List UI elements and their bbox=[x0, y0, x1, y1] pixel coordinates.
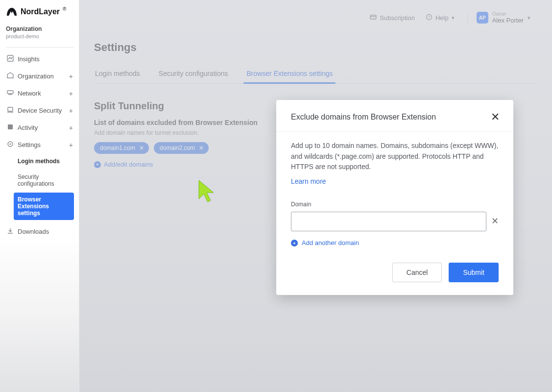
download-icon bbox=[7, 227, 14, 236]
svg-rect-9 bbox=[370, 15, 376, 19]
sidebar-item-label: Activity bbox=[18, 124, 65, 131]
svg-rect-6 bbox=[8, 124, 13, 129]
sidebar-item-network[interactable]: Network + bbox=[6, 85, 74, 102]
nord-arc-icon bbox=[6, 7, 18, 17]
cancel-button[interactable]: Cancel bbox=[392, 263, 442, 282]
expand-icon: + bbox=[69, 107, 73, 114]
add-another-domain-link[interactable]: + Add another domain bbox=[291, 238, 499, 248]
close-icon[interactable]: ✕ bbox=[488, 110, 503, 124]
sidebar-item-label: Downloads bbox=[18, 228, 73, 235]
remove-domain-row-icon[interactable]: ✕ bbox=[491, 215, 499, 228]
expand-icon: + bbox=[69, 73, 73, 80]
org-block: Organization product-demo bbox=[6, 25, 74, 39]
domain-chip-label: domain2.com bbox=[160, 145, 195, 151]
brand-logo[interactable]: NordLayer® bbox=[6, 7, 74, 17]
svg-text:?: ? bbox=[428, 15, 431, 20]
svg-marker-1 bbox=[7, 73, 13, 78]
topbar: Subscription ? Help ▾ AP Owner Alex Port… bbox=[87, 4, 544, 31]
svg-point-8 bbox=[9, 143, 11, 145]
org-name: product-demo bbox=[6, 33, 74, 39]
sidebar-item-organization[interactable]: Organization + bbox=[6, 68, 74, 85]
divider bbox=[6, 47, 74, 48]
sidebar-item-insights[interactable]: Insights bbox=[6, 50, 74, 68]
domain-chip: domain1.com ✕ bbox=[94, 142, 149, 154]
help-label: Help bbox=[435, 14, 449, 22]
sidebar-item-label: Insights bbox=[18, 55, 73, 63]
subscription-label: Subscription bbox=[380, 14, 415, 22]
svg-rect-4 bbox=[8, 107, 13, 111]
org-label: Organization bbox=[6, 25, 74, 32]
sidebar-item-label: Organization bbox=[18, 73, 65, 80]
expand-icon: + bbox=[69, 124, 73, 131]
submit-button[interactable]: Submit bbox=[449, 263, 499, 282]
chevron-down-icon: ▾ bbox=[452, 15, 455, 21]
svg-rect-2 bbox=[7, 91, 13, 94]
brand-name: NordLayer bbox=[21, 7, 60, 16]
user-menu[interactable]: AP Owner Alex Porter ▾ bbox=[467, 11, 530, 24]
insights-icon bbox=[7, 55, 14, 63]
sidebar: NordLayer® Organization product-demo Ins… bbox=[0, 0, 79, 392]
sidebar-item-label: Device Security bbox=[18, 107, 65, 114]
organization-icon bbox=[7, 72, 14, 80]
modal-description: Add up to 10 domain names. Domains, subd… bbox=[291, 141, 499, 172]
sidebar-item-activity[interactable]: Activity + bbox=[6, 119, 74, 136]
svg-marker-13 bbox=[199, 180, 214, 202]
tab-browser-extensions-settings[interactable]: Browser Extensions settings bbox=[245, 65, 334, 83]
tabs: Login methods Security configurations Br… bbox=[94, 65, 537, 84]
help-icon: ? bbox=[426, 14, 432, 22]
sidebar-item-label: Settings bbox=[18, 141, 65, 148]
learn-more-link[interactable]: Learn more bbox=[291, 176, 326, 187]
exclude-domains-modal: Exclude domains from Browser Extension ✕… bbox=[276, 100, 513, 295]
user-name: Alex Porter bbox=[492, 17, 524, 24]
page-title: Settings bbox=[94, 41, 537, 54]
modal-title: Exclude domains from Browser Extension bbox=[291, 113, 436, 122]
device-security-icon bbox=[7, 106, 14, 115]
network-icon bbox=[7, 89, 14, 98]
subnav-login-methods[interactable]: Login methods bbox=[14, 154, 74, 168]
sidebar-item-label: Network bbox=[18, 90, 65, 97]
tab-login-methods[interactable]: Login methods bbox=[94, 65, 141, 83]
activity-icon bbox=[7, 123, 14, 132]
domain-chip-label: domain1.com bbox=[100, 145, 135, 151]
domain-input[interactable] bbox=[291, 212, 486, 231]
settings-subnav: Login methods Security configurations Br… bbox=[14, 154, 74, 220]
gear-icon bbox=[7, 141, 14, 149]
tab-security-configurations[interactable]: Security configurations bbox=[158, 65, 229, 83]
main: Subscription ? Help ▾ AP Owner Alex Port… bbox=[79, 0, 552, 392]
expand-icon: + bbox=[69, 90, 73, 97]
subscription-link[interactable]: Subscription bbox=[370, 14, 415, 22]
user-role: Owner bbox=[492, 11, 524, 17]
avatar: AP bbox=[477, 12, 488, 24]
help-link[interactable]: ? Help ▾ bbox=[426, 14, 455, 22]
domain-chip: domain2.com ✕ bbox=[154, 142, 209, 154]
sidebar-item-settings[interactable]: Settings + bbox=[6, 136, 74, 153]
sidebar-item-device-security[interactable]: Device Security + bbox=[6, 102, 74, 119]
cursor-arrow-icon bbox=[197, 179, 216, 206]
svg-rect-0 bbox=[7, 55, 13, 61]
expand-icon: + bbox=[69, 142, 73, 148]
plus-circle-icon: + bbox=[94, 161, 101, 168]
add-edit-label: Add/edit domains bbox=[104, 161, 153, 168]
subnav-security-configurations[interactable]: Security configurations bbox=[14, 170, 74, 191]
domain-field-label: Domain bbox=[291, 200, 499, 209]
chip-remove-icon[interactable]: ✕ bbox=[199, 145, 204, 151]
plus-circle-icon: + bbox=[291, 240, 298, 246]
add-another-label: Add another domain bbox=[302, 238, 359, 248]
sidebar-item-downloads[interactable]: Downloads bbox=[6, 223, 74, 240]
chevron-down-icon: ▾ bbox=[528, 15, 530, 21]
subnav-browser-extensions-settings[interactable]: Browser Extensions settings bbox=[14, 193, 74, 220]
subscription-icon bbox=[370, 14, 377, 22]
chip-remove-icon[interactable]: ✕ bbox=[139, 145, 144, 151]
